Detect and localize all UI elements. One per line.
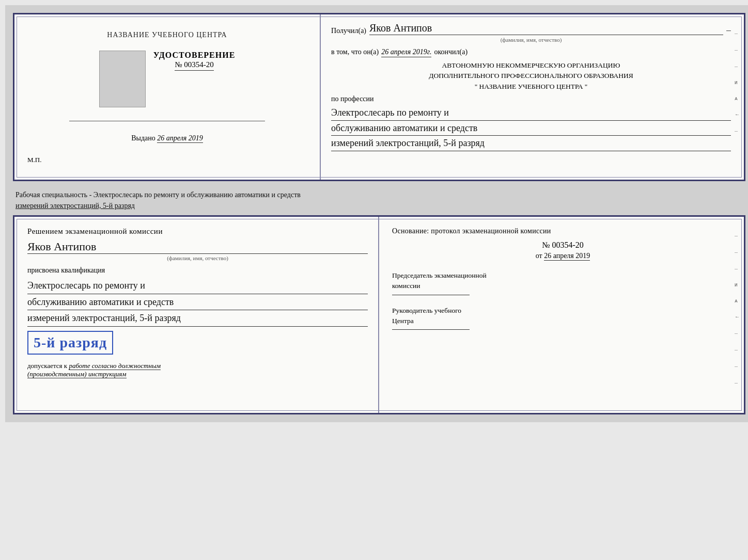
- rukovoditel-title: Руководитель учебного: [392, 306, 734, 316]
- profession-handwritten: Электрослесарь по ремонту и обслуживанию…: [331, 105, 731, 151]
- razryad-box: 5-й разряд: [27, 331, 113, 355]
- udost-title: УДОСТОВЕРЕНИЕ: [153, 51, 236, 60]
- cert-udost-block: УДОСТОВЕРЕНИЕ № 00354-20: [153, 51, 236, 71]
- dopusk-text2: (производственным) инструкциям: [27, 370, 127, 378]
- fio-hint-bottom: (фамилия, имя, отчество): [27, 255, 368, 261]
- cert-bottom-left: Решением экзаменационной комиссии Яков А…: [14, 217, 379, 413]
- chairman-title: Председатель экзаменационной: [392, 270, 734, 281]
- osnov-label: Основание: протокол экзаменационной коми…: [392, 227, 734, 235]
- date-prefix: в том, что он(а): [331, 48, 379, 56]
- dopuskaetsya-line: допускается к работе согласно должностны…: [27, 362, 368, 378]
- recipient-line: Получил(а) Яков Антипов –: [331, 22, 731, 35]
- dopusk-text: работе согласно должностным: [69, 362, 161, 370]
- recipient-label: Получил(а): [331, 27, 366, 35]
- person-name-bottom: Яков Антипов: [27, 240, 368, 254]
- issued-date: 26 апреля 2019: [157, 134, 202, 143]
- komissia-title: Решением экзаменационной комиссии: [27, 227, 368, 236]
- chairman-title2: комиссии: [392, 281, 734, 291]
- cert-bottom-right: Основание: протокол экзаменационной коми…: [379, 217, 744, 413]
- rukovoditel-title2: Центра: [392, 316, 734, 326]
- kvalif-line1: Электрослесарь по ремонту и: [27, 278, 368, 294]
- profession-line1: Электрослесарь по ремонту и: [331, 105, 731, 121]
- middle-text-line2: измерений электростанций, 5-й разряд: [15, 202, 135, 210]
- org-block: АВТОНОМНУЮ НЕКОММЕРЧЕСКУЮ ОРГАНИЗАЦИЮ ДО…: [331, 60, 731, 92]
- protocol-date: от 26 апреля 2019: [392, 252, 734, 260]
- date-line: в том, что он(а) 26 апреля 2019г. окончи…: [331, 48, 731, 57]
- rukovoditel-block: Руководитель учебного Центра: [392, 306, 734, 330]
- protocol-date-value: 26 апреля 2019: [544, 252, 590, 261]
- protocol-date-prefix: от: [536, 252, 542, 260]
- kvalif-line3: измерений электростанций, 5-й разряд: [27, 310, 368, 327]
- chairman-signature-line: [392, 295, 470, 295]
- org-line1: АВТОНОМНУЮ НЕКОММЕРЧЕСКУЮ ОРГАНИЗАЦИЮ: [331, 60, 731, 71]
- page-wrapper: НАЗВАНИЕ УЧЕБНОГО ЦЕНТРА УДОСТОВЕРЕНИЕ №…: [5, 5, 748, 422]
- middle-text-line1: Рабочая специальность - Электрослесарь п…: [15, 191, 301, 199]
- cert-bottom: Решением экзаменационной комиссии Яков А…: [13, 215, 745, 414]
- org-line3: " НАЗВАНИЕ УЧЕБНОГО ЦЕНТРА ": [331, 82, 731, 92]
- date-suffix: окончил(а): [434, 48, 467, 56]
- org-name-top: НАЗВАНИЕ УЧЕБНОГО ЦЕНТРА: [107, 30, 227, 40]
- profession-line2: обслуживанию автоматики и средств: [331, 121, 731, 136]
- cert-left-panel: НАЗВАНИЕ УЧЕБНОГО ЦЕНТРА УДОСТОВЕРЕНИЕ №…: [14, 14, 321, 180]
- side-marks: ––– и ᴀ ← –: [735, 30, 740, 134]
- protocol-number: № 00354-20: [392, 241, 734, 250]
- kvalif-handwritten: Электрослесарь по ремонту и обслуживанию…: [27, 278, 368, 327]
- cert-issued-line: Выдано 26 апреля 2019: [131, 134, 203, 142]
- recipient-name: Яков Антипов: [369, 22, 723, 35]
- middle-text: Рабочая специальность - Электрослесарь п…: [13, 185, 745, 215]
- issued-label: Выдано: [131, 134, 155, 142]
- chairman-block: Председатель экзаменационной комиссии: [392, 270, 734, 295]
- profession-line3: измерений электростанций, 5-й разряд: [331, 136, 731, 151]
- cert-photo: [99, 51, 146, 107]
- kvalif-line2: обслуживанию автоматики и средств: [27, 294, 368, 311]
- kvalif-label: присвоена квалификация: [27, 266, 368, 275]
- cert-right-panel: Получил(а) Яков Антипов – (фамилия, имя,…: [321, 14, 744, 180]
- razryad-label: 5-й разряд: [34, 334, 107, 350]
- cert-number: № 00354-20: [175, 60, 214, 71]
- dopusk-label: допускается к: [27, 362, 67, 370]
- date-value: 26 апреля 2019г.: [381, 48, 431, 57]
- side-marks-bottom: ––– и ᴀ ← – – – –: [735, 232, 740, 386]
- cert-top: НАЗВАНИЕ УЧЕБНОГО ЦЕНТРА УДОСТОВЕРЕНИЕ №…: [13, 13, 745, 181]
- fio-hint-top: (фамилия, имя, отчество): [331, 37, 731, 43]
- mp-label: М.П.: [27, 156, 41, 164]
- profession-label: по профессии: [331, 95, 731, 103]
- rukovoditel-signature-line: [392, 329, 470, 330]
- org-line2: ДОПОЛНИТЕЛЬНОГО ПРОФЕССИОНАЛЬНОГО ОБРАЗО…: [331, 71, 731, 81]
